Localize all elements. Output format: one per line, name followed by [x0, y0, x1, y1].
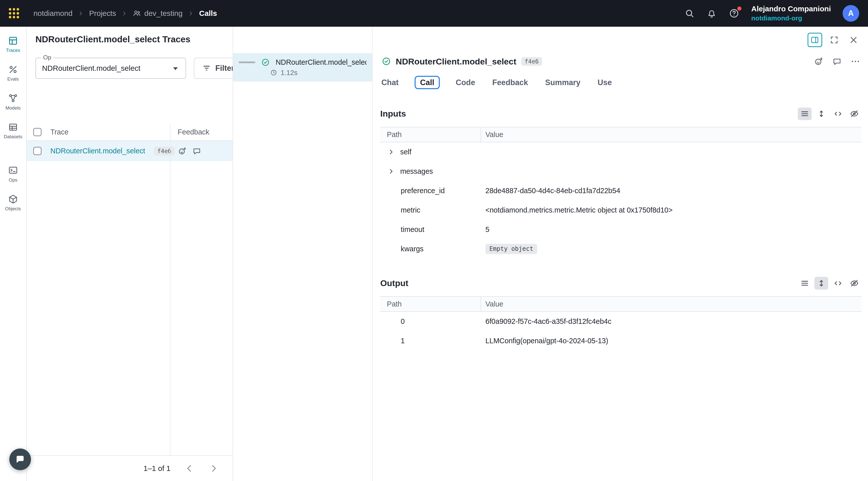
input-row-kwargs: kwargs Empty object [380, 239, 861, 259]
expand-chevron-icon[interactable] [387, 148, 395, 156]
code-view-icon[interactable] [831, 108, 845, 120]
input-value: 28de4887-da50-4d4c-84eb-cd1fa7d22b54 [481, 187, 862, 195]
input-value: <notdiamond.metrics.metric.Metric object… [481, 206, 862, 214]
tab-use[interactable]: Use [596, 76, 613, 89]
rail-item-ops[interactable]: Ops [0, 165, 26, 183]
clock-icon [270, 69, 277, 76]
inputs-path-header: Path [380, 127, 481, 142]
traces-icon [8, 35, 19, 46]
rail-item-traces[interactable]: Traces [0, 35, 26, 53]
list-view-icon[interactable] [798, 277, 812, 290]
rail-label-traces: Traces [6, 48, 20, 53]
op-select[interactable]: Op NDRouterClient.model_select [35, 58, 186, 79]
breadcrumb: notdiamond Projects dev_testing Calls [33, 9, 217, 18]
tab-summary[interactable]: Summary [544, 76, 582, 89]
trace-link[interactable]: NDRouterClient.model_select [50, 147, 145, 155]
inputs-view-controls [798, 108, 862, 120]
input-path: messages [400, 167, 433, 176]
input-path: metric [380, 206, 481, 214]
add-note-icon[interactable] [192, 146, 202, 156]
team-icon [133, 9, 141, 18]
trace-tree-panel: NDRouterClient.model_select 1.12s [232, 27, 372, 481]
chevron-right-icon [188, 10, 194, 17]
hide-values-icon[interactable] [847, 277, 862, 290]
rail-item-datasets[interactable]: Datasets [0, 122, 26, 140]
expand-chevron-icon[interactable] [387, 167, 395, 176]
prev-page-icon[interactable] [184, 463, 195, 474]
rail-item-objects[interactable]: Objects [0, 194, 26, 212]
topbar-actions: Alejandro Companioni notdiamond-org A [684, 4, 859, 22]
call-tabs: Chat Call Code Feedback Summary Use [373, 76, 868, 89]
page-title: NDRouterClient.model_select Traces [35, 34, 232, 44]
output-table: Path Value 0 6f0a9092-f57c-4ac6-a35f-d3f… [380, 296, 861, 350]
output-row-1: 1 LLMConfig(openai/gpt-4o-2024-05-13) [380, 331, 861, 351]
call-id-badge: f4e6 [521, 57, 542, 66]
add-reaction-icon[interactable] [178, 146, 187, 156]
breadcrumb-project[interactable]: dev_testing [133, 9, 183, 18]
inputs-table: Path Value self messages [380, 127, 861, 259]
breadcrumb-project-label: dev_testing [144, 9, 183, 18]
add-reaction-icon[interactable] [814, 56, 824, 66]
rail-item-evals[interactable]: Evals [0, 64, 26, 82]
rail-item-models[interactable]: Models [0, 93, 26, 111]
main-content: Traces Evals Models Datasets Ops Objects [0, 27, 868, 481]
topbar: notdiamond Projects dev_testing Calls Al… [0, 0, 868, 27]
input-row-messages: messages [380, 162, 861, 181]
input-value: 5 [481, 226, 862, 234]
filter-icon [202, 63, 211, 73]
close-icon[interactable] [846, 33, 861, 47]
breadcrumb-projects[interactable]: Projects [89, 9, 116, 18]
wandb-logo[interactable] [9, 8, 19, 19]
op-select-value: NDRouterClient.model_select [42, 64, 170, 72]
expand-rows-icon[interactable] [814, 277, 828, 290]
output-path: 0 [380, 317, 481, 326]
traces-panel: NDRouterClient.model_select Traces Op ND… [27, 27, 232, 481]
output-value: 6f0a9092-f57c-4ac6-a35f-d3f12fc4eb4c [481, 317, 862, 326]
select-all-checkbox[interactable] [33, 128, 41, 136]
output-value-header: Value [481, 297, 862, 311]
input-row-timeout: timeout 5 [380, 220, 861, 239]
chevron-right-icon [121, 10, 128, 17]
tab-feedback[interactable]: Feedback [491, 76, 529, 89]
trace-tree-item[interactable]: NDRouterClient.model_select 1.12s [233, 53, 372, 82]
tree-item-duration: 1.12s [281, 69, 298, 77]
avatar[interactable]: A [843, 5, 859, 22]
expand-rows-icon[interactable] [814, 108, 828, 120]
chat-bubble-icon [15, 454, 25, 464]
user-menu[interactable]: Alejandro Companioni notdiamond-org [751, 4, 831, 22]
hide-values-icon[interactable] [847, 108, 862, 120]
feedback-column-header: Feedback [178, 128, 210, 136]
objects-icon [8, 194, 19, 205]
rail-label-models: Models [5, 105, 21, 111]
traces-table-header: Trace Feedback [27, 124, 232, 141]
row-checkbox[interactable] [33, 147, 41, 155]
output-path-header: Path [380, 297, 481, 311]
notification-dot [737, 6, 741, 10]
filter-button[interactable]: Filter [194, 58, 232, 79]
help-icon[interactable] [728, 8, 740, 19]
trace-row[interactable]: NDRouterClient.model_select f4e6 [27, 141, 232, 161]
trace-column-header: Trace [50, 128, 68, 136]
pagination-range: 1–1 of 1 [144, 464, 170, 473]
call-title: NDRouterClient.model_select [396, 57, 516, 66]
tab-code[interactable]: Code [455, 76, 476, 89]
breadcrumb-page-calls[interactable]: Calls [199, 9, 217, 18]
input-path: preference_id [380, 187, 481, 195]
datasets-icon [8, 122, 19, 132]
fullscreen-icon[interactable] [827, 33, 841, 47]
add-note-icon[interactable] [832, 56, 842, 66]
tab-call[interactable]: Call [414, 76, 440, 89]
chat-widget-button[interactable] [9, 449, 31, 470]
toggle-split-view-icon[interactable] [808, 33, 822, 47]
more-menu-icon[interactable] [850, 56, 861, 66]
notifications-bell-icon[interactable] [706, 8, 717, 19]
tab-chat[interactable]: Chat [380, 76, 400, 89]
next-page-icon[interactable] [208, 463, 219, 474]
list-view-icon[interactable] [798, 108, 812, 120]
input-row-metric: metric <notdiamond.metrics.metric.Metric… [380, 201, 861, 220]
breadcrumb-org[interactable]: notdiamond [33, 9, 72, 18]
code-view-icon[interactable] [831, 277, 845, 290]
call-details-drawer: NDRouterClient.model_select f4e6 Chat Ca… [372, 27, 868, 481]
input-path: self [400, 148, 411, 156]
search-icon[interactable] [684, 8, 695, 19]
